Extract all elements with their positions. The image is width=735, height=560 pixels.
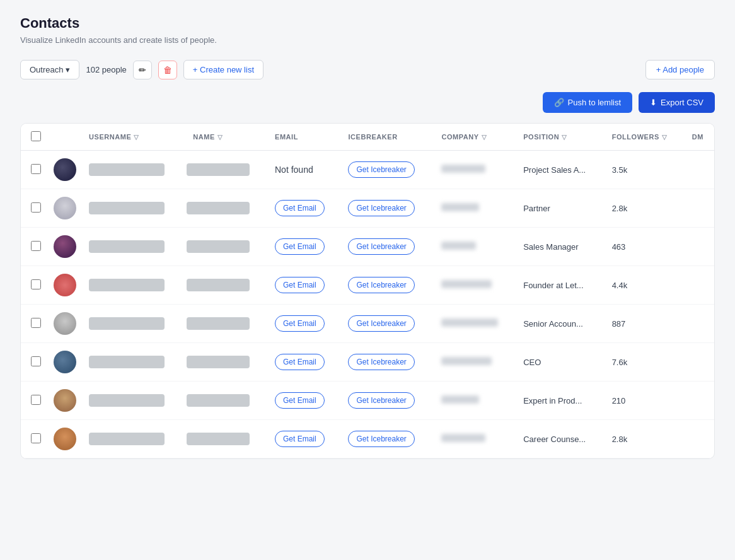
header-company: COMPANY ▽ bbox=[435, 124, 517, 151]
position-cell: Sales Manager bbox=[517, 228, 605, 266]
action-buttons: 🔗 Push to lemlist ⬇ Export CSV bbox=[20, 92, 715, 113]
email-cell: Get Email bbox=[269, 420, 342, 458]
get-icebreaker-button[interactable]: Get Icebreaker bbox=[348, 354, 414, 370]
username-cell bbox=[83, 151, 187, 189]
username-cell bbox=[83, 420, 187, 458]
row-checkbox[interactable] bbox=[31, 318, 41, 328]
get-icebreaker-button[interactable]: Get Icebreaker bbox=[348, 161, 414, 178]
page-container: Contacts Visualize LinkedIn accounts and… bbox=[0, 0, 735, 560]
header-checkbox-col bbox=[21, 124, 47, 151]
get-email-button[interactable]: Get Email bbox=[275, 277, 325, 293]
get-email-button[interactable]: Get Email bbox=[275, 315, 325, 332]
row-checkbox-cell bbox=[21, 343, 47, 382]
position-cell: CEO bbox=[517, 343, 605, 382]
table-row: Not foundGet IcebreakerProject Sales A..… bbox=[21, 151, 714, 189]
followers-filter[interactable]: FOLLOWERS ▽ bbox=[612, 133, 668, 141]
company-cell bbox=[435, 382, 517, 420]
row-checkbox[interactable] bbox=[31, 433, 41, 443]
row-checkbox[interactable] bbox=[31, 202, 41, 213]
get-icebreaker-button[interactable]: Get Icebreaker bbox=[348, 392, 414, 409]
avatar-cell bbox=[47, 151, 83, 189]
header-dm: DM bbox=[686, 124, 714, 151]
table-row: Get EmailGet IcebreakerExpert in Prod...… bbox=[21, 382, 714, 420]
get-email-button[interactable]: Get Email bbox=[275, 354, 325, 370]
edit-button[interactable]: ✏ bbox=[133, 61, 152, 79]
table-row: Get EmailGet IcebreakerCareer Counse...2… bbox=[21, 420, 714, 458]
row-checkbox-cell bbox=[21, 228, 47, 266]
row-checkbox-cell bbox=[21, 151, 47, 189]
export-csv-button[interactable]: ⬇ Export CSV bbox=[639, 92, 715, 113]
get-email-button[interactable]: Get Email bbox=[275, 238, 325, 255]
followers-value: 3.5k bbox=[612, 165, 628, 175]
avatar-cell bbox=[47, 420, 83, 458]
row-checkbox[interactable] bbox=[31, 241, 41, 251]
avatar-cell bbox=[47, 305, 83, 343]
dm-cell bbox=[686, 343, 714, 382]
row-checkbox-cell bbox=[21, 266, 47, 305]
get-icebreaker-button[interactable]: Get Icebreaker bbox=[348, 238, 414, 255]
company-blurred bbox=[441, 165, 485, 173]
get-email-button[interactable]: Get Email bbox=[275, 431, 325, 447]
row-checkbox[interactable] bbox=[31, 395, 41, 405]
avatar-cell bbox=[47, 382, 83, 420]
page-subtitle: Visualize LinkedIn accounts and create l… bbox=[20, 35, 715, 45]
push-to-lemlist-button[interactable]: 🔗 Push to lemlist bbox=[543, 92, 633, 113]
get-email-button[interactable]: Get Email bbox=[275, 200, 325, 216]
trash-icon: 🗑 bbox=[163, 65, 172, 75]
get-email-button[interactable]: Get Email bbox=[275, 392, 325, 409]
position-filter[interactable]: POSITION ▽ bbox=[523, 133, 567, 141]
link-icon: 🔗 bbox=[554, 98, 564, 107]
icebreaker-cell: Get Icebreaker bbox=[342, 382, 435, 420]
row-checkbox-cell bbox=[21, 382, 47, 420]
username-cell bbox=[83, 343, 187, 382]
company-blurred bbox=[441, 242, 476, 250]
username-filter[interactable]: USERNAME ▽ bbox=[89, 133, 139, 141]
followers-cell: 463 bbox=[606, 228, 686, 266]
add-people-button[interactable]: + Add people bbox=[645, 60, 715, 79]
get-icebreaker-button[interactable]: Get Icebreaker bbox=[348, 277, 414, 293]
delete-button[interactable]: 🗑 bbox=[158, 61, 177, 79]
position-cell: Career Counse... bbox=[517, 420, 605, 458]
get-icebreaker-button[interactable]: Get Icebreaker bbox=[348, 200, 414, 216]
email-cell: Get Email bbox=[269, 305, 342, 343]
followers-value: 2.8k bbox=[612, 204, 628, 213]
toolbar: Outreach ▾ 102 people ✏ 🗑 + Create new l… bbox=[20, 60, 715, 79]
select-all-checkbox[interactable] bbox=[31, 131, 41, 141]
email-cell: Get Email bbox=[269, 228, 342, 266]
row-checkbox-cell bbox=[21, 420, 47, 458]
row-checkbox[interactable] bbox=[31, 279, 41, 289]
contacts-table-container: USERNAME ▽ NAME ▽ EMAIL ICEBR bbox=[20, 123, 715, 459]
position-value: Partner bbox=[523, 204, 550, 213]
table-row: Get EmailGet IcebreakerPartner2.8k bbox=[21, 189, 714, 228]
email-not-found: Not found bbox=[275, 165, 313, 175]
dm-cell bbox=[686, 382, 714, 420]
position-cell: Senior Accoun... bbox=[517, 305, 605, 343]
position-cell: Partner bbox=[517, 189, 605, 228]
username-cell bbox=[83, 382, 187, 420]
row-checkbox[interactable] bbox=[31, 164, 41, 174]
company-blurred bbox=[441, 357, 492, 365]
filter-icon: ▽ bbox=[662, 134, 668, 141]
row-checkbox-cell bbox=[21, 305, 47, 343]
name-filter[interactable]: NAME ▽ bbox=[193, 133, 223, 141]
name-cell bbox=[187, 382, 269, 420]
icebreaker-cell: Get Icebreaker bbox=[342, 420, 435, 458]
row-checkbox[interactable] bbox=[31, 356, 41, 366]
email-cell: Get Email bbox=[269, 189, 342, 228]
position-value: Sales Manager bbox=[523, 242, 578, 252]
followers-cell: 7.6k bbox=[606, 343, 686, 382]
position-value: Project Sales A... bbox=[523, 165, 586, 175]
outreach-button[interactable]: Outreach ▾ bbox=[20, 60, 79, 79]
filter-icon: ▽ bbox=[134, 134, 139, 141]
position-value: Career Counse... bbox=[523, 435, 586, 444]
header-icebreaker: ICEBREAKER bbox=[342, 124, 435, 151]
create-list-button[interactable]: + Create new list bbox=[183, 60, 263, 79]
get-icebreaker-button[interactable]: Get Icebreaker bbox=[348, 431, 414, 447]
followers-cell: 210 bbox=[606, 382, 686, 420]
followers-value: 2.8k bbox=[612, 435, 628, 444]
dm-cell bbox=[686, 189, 714, 228]
company-filter[interactable]: COMPANY ▽ bbox=[441, 133, 487, 141]
followers-value: 4.4k bbox=[612, 281, 628, 290]
avatar-cell bbox=[47, 266, 83, 305]
get-icebreaker-button[interactable]: Get Icebreaker bbox=[348, 315, 414, 332]
